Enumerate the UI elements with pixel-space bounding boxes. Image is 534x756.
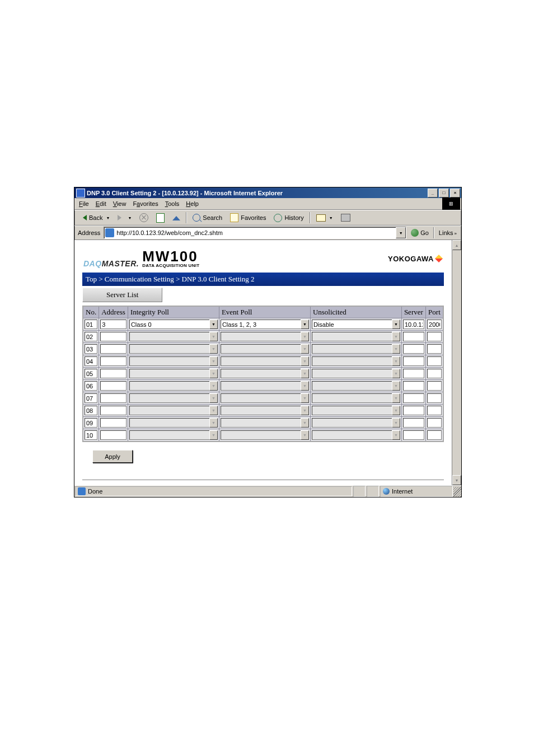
favorites-button[interactable]: Favorites [227, 212, 269, 223]
server-input[interactable] [403, 406, 424, 415]
server-input[interactable] [403, 381, 424, 391]
search-button[interactable]: Search [189, 213, 226, 223]
server-input[interactable] [403, 332, 424, 341]
no-input[interactable] [85, 356, 97, 366]
integrity-poll-select[interactable] [129, 369, 209, 378]
print-button[interactable] [338, 213, 354, 223]
event-poll-select[interactable] [221, 369, 301, 378]
no-input[interactable] [85, 369, 97, 378]
unsolicited-select[interactable] [312, 344, 392, 354]
unsolicited-select[interactable] [312, 381, 392, 391]
back-button[interactable]: Back▼ [77, 213, 113, 222]
no-input[interactable] [85, 418, 97, 428]
server-input[interactable] [403, 320, 424, 329]
port-input[interactable] [427, 356, 442, 366]
server-input[interactable] [403, 430, 424, 440]
port-input[interactable] [427, 369, 442, 378]
maximize-button[interactable]: □ [439, 189, 449, 198]
history-button[interactable]: History [270, 213, 307, 223]
apply-button[interactable]: Apply [92, 450, 133, 463]
event-poll-select[interactable] [221, 381, 301, 391]
unsolicited-select[interactable] [312, 369, 392, 378]
address-input[interactable] [100, 381, 127, 391]
integrity-poll-select[interactable] [129, 344, 209, 354]
menu-view[interactable]: View [110, 199, 130, 208]
port-input[interactable] [427, 381, 442, 391]
minimize-button[interactable]: _ [428, 189, 438, 198]
menu-help[interactable]: Help [182, 199, 202, 208]
address-input[interactable] [100, 369, 127, 378]
no-input[interactable] [85, 332, 97, 341]
event-poll-select[interactable] [221, 320, 301, 329]
integrity-poll-select[interactable] [129, 393, 209, 403]
address-input[interactable] [100, 320, 127, 329]
unsolicited-select[interactable] [312, 406, 392, 415]
port-input[interactable] [427, 406, 442, 415]
address-input[interactable] [100, 430, 127, 440]
address-input[interactable] [100, 406, 127, 415]
no-input[interactable] [85, 393, 97, 403]
links-button[interactable]: Links» [437, 229, 459, 236]
refresh-button[interactable] [153, 212, 168, 224]
no-input[interactable] [85, 430, 97, 440]
integrity-poll-select[interactable] [129, 406, 209, 415]
resize-grip[interactable] [453, 487, 461, 497]
address-input[interactable] [100, 393, 127, 403]
event-poll-select[interactable] [221, 356, 301, 366]
forward-button[interactable]: ▼ [114, 214, 135, 222]
vertical-scrollbar[interactable]: ▲ ▼ [452, 240, 461, 485]
unsolicited-select[interactable] [312, 356, 392, 366]
event-poll-select[interactable] [221, 406, 301, 415]
address-input[interactable] [100, 344, 127, 354]
port-input[interactable] [427, 320, 442, 329]
stop-button[interactable] [136, 212, 152, 223]
unsolicited-select[interactable] [312, 418, 392, 428]
integrity-poll-select[interactable] [129, 381, 209, 391]
address-input[interactable] [100, 332, 127, 341]
port-input[interactable] [427, 344, 442, 354]
chevron-down-icon[interactable]: ▼ [209, 320, 218, 329]
address-input[interactable] [100, 418, 127, 428]
no-input[interactable] [85, 381, 97, 391]
unsolicited-select[interactable] [312, 332, 392, 341]
no-input[interactable] [85, 406, 97, 415]
event-poll-select[interactable] [221, 393, 301, 403]
no-input[interactable] [85, 320, 97, 329]
event-poll-select[interactable] [221, 430, 301, 440]
integrity-poll-select[interactable] [129, 320, 209, 329]
menu-file[interactable]: File [76, 199, 92, 208]
unsolicited-select[interactable] [312, 320, 392, 329]
unsolicited-select[interactable] [312, 393, 392, 403]
server-input[interactable] [403, 393, 424, 403]
mail-button[interactable]: ▼ [313, 213, 336, 223]
port-input[interactable] [427, 332, 442, 341]
server-input[interactable] [403, 344, 424, 354]
home-button[interactable] [169, 213, 184, 223]
event-poll-select[interactable] [221, 344, 301, 354]
menu-favorites[interactable]: Favorites [129, 199, 161, 208]
server-input[interactable] [403, 418, 424, 428]
port-input[interactable] [427, 418, 442, 428]
scroll-up-button[interactable]: ▲ [452, 240, 461, 250]
port-input[interactable] [427, 393, 442, 403]
integrity-poll-select[interactable] [129, 332, 209, 341]
close-button[interactable]: × [450, 189, 460, 198]
event-poll-select[interactable] [221, 332, 301, 341]
server-input[interactable] [403, 369, 424, 378]
unsolicited-select[interactable] [312, 430, 392, 440]
event-poll-select[interactable] [221, 418, 301, 428]
server-input[interactable] [403, 356, 424, 366]
go-button[interactable]: Go [409, 229, 431, 237]
address-input[interactable] [115, 229, 396, 237]
chevron-down-icon[interactable]: ▼ [301, 320, 309, 329]
integrity-poll-select[interactable] [129, 430, 209, 440]
integrity-poll-select[interactable] [129, 356, 209, 366]
address-dropdown[interactable]: ▼ [396, 227, 406, 238]
port-input[interactable] [427, 430, 442, 440]
menu-edit[interactable]: Edit [92, 199, 110, 208]
no-input[interactable] [85, 344, 97, 354]
address-field[interactable]: ▼ [104, 227, 406, 239]
integrity-poll-select[interactable] [129, 418, 209, 428]
chevron-down-icon[interactable]: ▼ [392, 320, 400, 329]
scroll-down-button[interactable]: ▼ [452, 475, 461, 485]
